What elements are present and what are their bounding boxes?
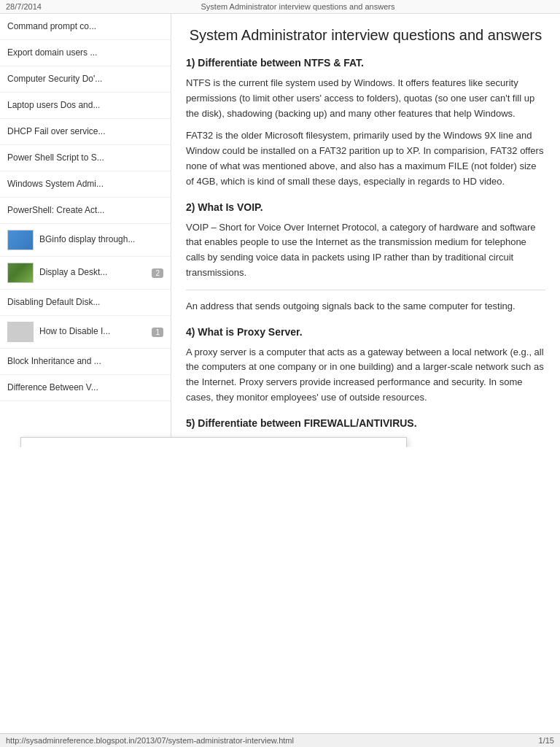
popup-header: System Administrat... <box>21 438 406 447</box>
sidebar-item-display-desktop[interactable]: Display a Deskt...2 <box>0 257 171 290</box>
q3-para: An address that sends outgoing signals b… <box>186 299 545 314</box>
sidebar-label-powershell-create: PowerShell: Create Act... <box>7 205 163 217</box>
sidebar-thumb-how-disable <box>7 322 34 342</box>
sidebar-label-display-desktop: Display a Deskt... <box>39 267 149 279</box>
overlay-popup: System Administrat... ClassicFlipcardMag… <box>20 437 407 447</box>
question-4: 4) What is Proxy Server. A proxy server … <box>186 326 545 406</box>
sidebar-badge-display-desktop: 2 <box>152 268 163 278</box>
q1-para-2: FAT32 is the older Microsoft filesystem,… <box>186 128 545 189</box>
sidebar-label-powershell-script: Power Shell Script to S... <box>7 152 163 164</box>
question-2: 2) What Is VOIP. VOIP – Short for Voice … <box>186 201 545 281</box>
section-divider <box>186 290 545 290</box>
sidebar-label-how-disable: How to Disable I... <box>39 326 149 338</box>
q1-para-1: NTFS is the current file system used by … <box>186 76 545 121</box>
question-3-partial: An address that sends outgoing signals b… <box>186 299 545 314</box>
page-title: System Administrator interview questions… <box>186 25 545 45</box>
sidebar-item-bginfo-display[interactable]: BGinfo display through... <box>0 224 171 257</box>
sidebar-item-cmd-prompt[interactable]: Command prompt co... <box>0 14 171 40</box>
sidebar-item-dhcp-failover[interactable]: DHCP Fail over service... <box>0 119 171 145</box>
sidebar-label-dhcp-failover: DHCP Fail over service... <box>7 126 163 138</box>
sidebar-item-computer-security[interactable]: Computer Security Do'... <box>0 66 171 93</box>
main-layout: Command prompt co...Export domain users … <box>0 14 560 447</box>
sidebar-label-export-domain: Export domain users ... <box>7 47 163 59</box>
sidebar-item-difference-between[interactable]: Difference Between V... <box>0 375 171 401</box>
sidebar: Command prompt co...Export domain users … <box>0 14 171 447</box>
popup-title: System Administrat... <box>31 445 396 447</box>
question-5: 5) Differentiate between FIREWALL/ANTIVI… <box>186 417 545 429</box>
sidebar-label-laptop-users: Laptop users Dos and... <box>7 100 163 112</box>
sidebar-item-how-disable[interactable]: How to Disable I...1 <box>0 316 171 349</box>
q2-para-1: VOIP – Short for Voice Over Internet Pro… <box>186 220 545 281</box>
sidebar-label-difference-between: Difference Between V... <box>7 382 163 394</box>
top-bar-date: 28/7/2014 <box>6 2 42 11</box>
sidebar-label-disabling-default: Disabling Default Disk... <box>7 297 163 309</box>
sidebar-label-bginfo-display: BGinfo display through... <box>39 234 163 246</box>
sidebar-label-block-inheritance: Block Inheritance and ... <box>7 356 163 368</box>
q4-title: 4) What is Proxy Server. <box>186 326 545 338</box>
top-bar: 28/7/2014 System Administrator interview… <box>0 0 560 14</box>
sidebar-item-export-domain[interactable]: Export domain users ... <box>0 40 171 66</box>
question-1: 1) Differentiate between NTFS & FAT. NTF… <box>186 57 545 190</box>
sidebar-label-windows-system: Windows System Admi... <box>7 179 163 190</box>
q4-para: A proxy server is a computer that acts a… <box>186 345 545 406</box>
main-content: System Administrator interview questions… <box>171 14 560 447</box>
sidebar-thumb-bginfo-display <box>7 230 34 250</box>
sidebar-label-cmd-prompt: Command prompt co... <box>7 21 163 33</box>
sidebar-thumb-display-desktop <box>7 263 34 283</box>
sidebar-item-powershell-create[interactable]: PowerShell: Create Act... <box>0 198 171 224</box>
sidebar-item-disabling-default[interactable]: Disabling Default Disk... <box>0 290 171 316</box>
sidebar-item-powershell-script[interactable]: Power Shell Script to S... <box>0 145 171 171</box>
q2-title: 2) What Is VOIP. <box>186 201 545 213</box>
q1-title: 1) Differentiate between NTFS & FAT. <box>186 57 545 69</box>
sidebar-item-windows-system[interactable]: Windows System Admi... <box>0 171 171 198</box>
sidebar-item-laptop-users[interactable]: Laptop users Dos and... <box>0 93 171 119</box>
sidebar-badge-how-disable: 1 <box>152 328 163 337</box>
sidebar-label-computer-security: Computer Security Do'... <box>7 74 163 85</box>
q5-title: 5) Differentiate between FIREWALL/ANTIVI… <box>186 417 545 429</box>
sidebar-item-block-inheritance[interactable]: Block Inheritance and ... <box>0 349 171 375</box>
top-bar-page-title: System Administrator interview questions… <box>201 2 394 11</box>
